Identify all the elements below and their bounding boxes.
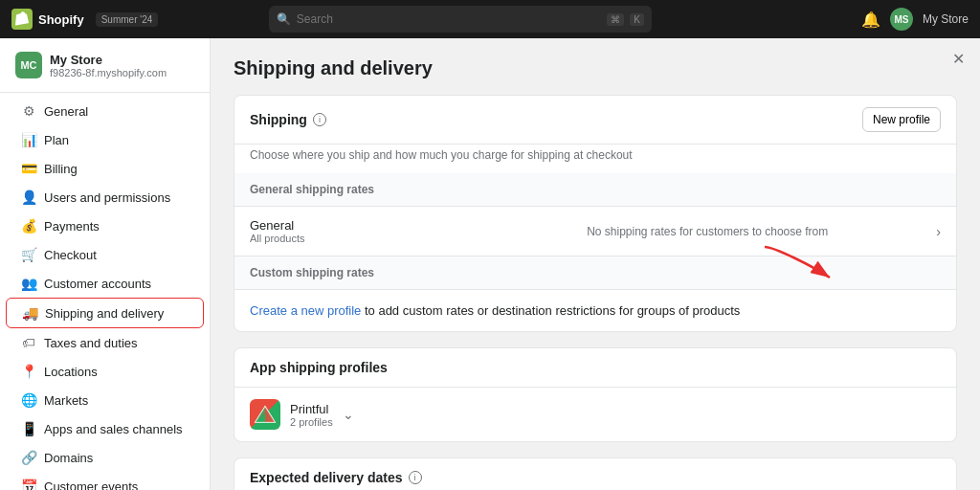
search-icon: 🔍 bbox=[277, 12, 291, 26]
rate-subtitle: All products bbox=[250, 233, 479, 244]
apps-icon: 📱 bbox=[21, 421, 36, 436]
shopify-logo: Shopify bbox=[11, 9, 84, 30]
search-shortcut-cmd: ⌘ bbox=[607, 13, 624, 26]
app-profiles-title: App shipping profiles bbox=[250, 360, 388, 375]
checkout-icon: 🛒 bbox=[21, 247, 36, 262]
sidebar-item-billing[interactable]: 💳 Billing bbox=[6, 154, 204, 183]
sidebar-item-label: Apps and sales channels bbox=[44, 422, 183, 436]
sidebar-item-users[interactable]: 👤 Users and permissions bbox=[6, 183, 204, 212]
custom-rates-body: Create a new profile to add custom rates… bbox=[234, 290, 956, 331]
sidebar-item-customer-events[interactable]: 📅 Customer events bbox=[6, 472, 204, 490]
markets-icon: 🌐 bbox=[21, 392, 36, 408]
shipping-section-header: Shipping i New profile bbox=[234, 96, 956, 145]
sidebar-item-apps[interactable]: 📱 Apps and sales channels bbox=[6, 414, 204, 443]
topnav: Shopify Summer '24 🔍 ⌘ K 🔔 MS My Store bbox=[0, 0, 980, 38]
users-icon: 👤 bbox=[21, 189, 36, 205]
brand-name: Shopify bbox=[38, 12, 84, 27]
sidebar-item-label: Payments bbox=[44, 219, 100, 234]
billing-icon: 💳 bbox=[21, 161, 36, 176]
shipping-subtitle: Choose where you ship and how much you c… bbox=[234, 145, 956, 173]
plan-icon: 📊 bbox=[21, 132, 36, 147]
store-name: My Store bbox=[50, 53, 167, 67]
bell-icon[interactable]: 🔔 bbox=[861, 11, 880, 29]
printful-icon bbox=[250, 399, 280, 430]
layout: MC My Store f98236-8f.myshopify.com ⚙ Ge… bbox=[0, 38, 980, 490]
sidebar: MC My Store f98236-8f.myshopify.com ⚙ Ge… bbox=[0, 38, 211, 490]
sidebar-item-shipping[interactable]: 🚚 Shipping and delivery bbox=[6, 298, 204, 328]
store-header: MC My Store f98236-8f.myshopify.com bbox=[0, 38, 210, 93]
sidebar-item-label: Checkout bbox=[44, 248, 97, 262]
close-button[interactable]: ✕ bbox=[952, 50, 965, 68]
taxes-icon: 🏷 bbox=[21, 335, 36, 350]
user-avatar[interactable]: MS bbox=[890, 8, 913, 31]
sidebar-item-label: Billing bbox=[44, 162, 78, 176]
sidebar-item-customer-accounts[interactable]: 👥 Customer accounts bbox=[6, 269, 204, 298]
custom-rates-header: Custom shipping rates bbox=[234, 256, 956, 290]
main-content: ✕ Shipping and delivery Shipping i New p… bbox=[211, 38, 980, 490]
rate-info: General All products bbox=[250, 218, 479, 244]
custom-rates-suffix: to add custom rates or destination restr… bbox=[361, 303, 740, 318]
search-bar[interactable]: 🔍 ⌘ K bbox=[269, 6, 652, 33]
sidebar-item-locations[interactable]: 📍 Locations bbox=[6, 357, 204, 386]
sidebar-item-label: General bbox=[44, 104, 88, 119]
sidebar-item-label: Taxes and duties bbox=[44, 336, 138, 350]
sidebar-item-label: Customer accounts bbox=[44, 277, 151, 291]
domains-icon: 🔗 bbox=[21, 450, 36, 465]
nav-user-name: My Store bbox=[923, 12, 969, 26]
shopify-logo-icon bbox=[11, 9, 33, 30]
sidebar-item-markets[interactable]: 🌐 Markets bbox=[6, 386, 204, 414]
rate-chevron-icon: › bbox=[936, 224, 941, 239]
store-info: My Store f98236-8f.myshopify.com bbox=[50, 53, 167, 78]
delivery-title-row: Expected delivery dates i bbox=[250, 470, 422, 485]
sidebar-item-checkout[interactable]: 🛒 Checkout bbox=[6, 240, 204, 269]
sidebar-item-label: Domains bbox=[44, 451, 93, 465]
delivery-dates-card: Expected delivery dates i Shop Promise S… bbox=[234, 457, 957, 490]
shipping-icon: 🚚 bbox=[22, 305, 37, 321]
shipping-title: Shipping bbox=[250, 112, 307, 127]
delivery-info-icon[interactable]: i bbox=[409, 471, 422, 484]
customer-accounts-icon: 👥 bbox=[21, 276, 36, 291]
locations-icon: 📍 bbox=[21, 364, 36, 379]
sidebar-item-general[interactable]: ⚙ General bbox=[6, 97, 204, 125]
sidebar-item-label: Locations bbox=[44, 365, 98, 379]
shipping-section-card: Shipping i New profile Choose where you … bbox=[234, 95, 957, 332]
app-info: Printful 2 profiles bbox=[290, 402, 333, 428]
app-profiles-card: App shipping profiles Printful 2 profile… bbox=[234, 347, 957, 442]
store-url: f98236-8f.myshopify.com bbox=[50, 67, 167, 78]
search-input[interactable] bbox=[297, 12, 601, 26]
new-profile-button[interactable]: New profile bbox=[862, 107, 941, 132]
shipping-title-row: Shipping i bbox=[250, 112, 326, 127]
customer-events-icon: 📅 bbox=[21, 479, 36, 490]
create-profile-link[interactable]: Create a new profile bbox=[250, 303, 361, 318]
app-sub: 2 profiles bbox=[290, 416, 333, 428]
sidebar-item-payments[interactable]: 💰 Payments bbox=[6, 212, 204, 240]
nav-section: ⚙ General 📊 Plan 💳 Billing 👤 Users and p… bbox=[0, 93, 210, 490]
rate-status: No shipping rates for customers to choos… bbox=[479, 225, 936, 238]
sidebar-item-label: Shipping and delivery bbox=[45, 306, 164, 321]
sidebar-item-taxes[interactable]: 🏷 Taxes and duties bbox=[6, 328, 204, 357]
app-profiles-header: App shipping profiles bbox=[234, 348, 956, 388]
store-avatar: MC bbox=[15, 52, 42, 78]
delivery-header: Expected delivery dates i bbox=[234, 458, 956, 490]
version-badge: Summer '24 bbox=[96, 12, 159, 27]
app-name: Printful bbox=[290, 402, 333, 416]
sidebar-item-plan[interactable]: 📊 Plan bbox=[6, 125, 204, 154]
app-chevron-icon: ⌄ bbox=[343, 407, 354, 422]
delivery-title: Expected delivery dates bbox=[250, 470, 403, 485]
app-profiles-title-row: App shipping profiles bbox=[250, 360, 388, 375]
search-shortcut-k: K bbox=[630, 13, 644, 26]
sidebar-item-label: Markets bbox=[44, 393, 88, 408]
app-row[interactable]: Printful 2 profiles ⌄ bbox=[234, 388, 956, 441]
sidebar-item-label: Customer events bbox=[44, 479, 138, 491]
payments-icon: 💰 bbox=[21, 218, 36, 234]
general-icon: ⚙ bbox=[21, 103, 36, 119]
sidebar-item-label: Users and permissions bbox=[44, 190, 170, 205]
sidebar-item-domains[interactable]: 🔗 Domains bbox=[6, 443, 204, 472]
shipping-info-icon[interactable]: i bbox=[313, 113, 326, 126]
general-rate-row[interactable]: General All products No shipping rates f… bbox=[234, 207, 956, 256]
page-title: Shipping and delivery bbox=[234, 57, 957, 79]
rate-name: General bbox=[250, 218, 479, 233]
general-rates-header: General shipping rates bbox=[234, 173, 956, 207]
nav-right: 🔔 MS My Store bbox=[861, 8, 969, 31]
sidebar-item-label: Plan bbox=[44, 133, 69, 147]
